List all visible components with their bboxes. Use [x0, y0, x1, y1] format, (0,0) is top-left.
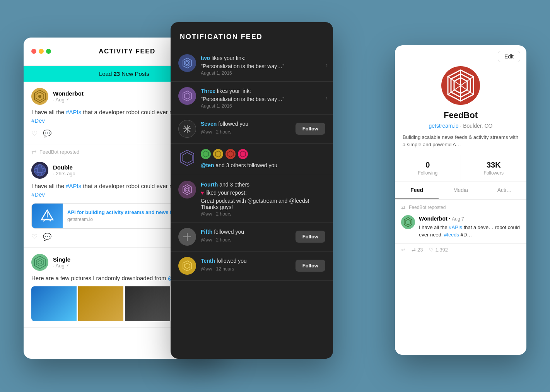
comment-icon[interactable]: 💬: [43, 129, 51, 138]
traffic-lights: [31, 49, 51, 54]
follow-button-fifth[interactable]: Follow: [295, 231, 325, 243]
svg-marker-9: [36, 258, 43, 266]
stat-followers[interactable]: 33K Followers: [461, 155, 527, 181]
nf-repost-content: Great podcast with @getstream and @feeds…: [201, 198, 325, 210]
comment-icon-2[interactable]: 💬: [43, 233, 51, 241]
edit-profile-button[interactable]: Edit: [498, 51, 520, 62]
svg-marker-21: [182, 152, 192, 163]
avatar-single: [31, 254, 48, 271]
profile-website[interactable]: getstream.io: [429, 123, 459, 129]
nf-item-two: two likes your link: "Personalization is…: [171, 49, 333, 82]
link-thumbnail: [32, 204, 63, 228]
profile-feed-actions: ↩ ⇄ 23 ♡ 1,392: [395, 244, 526, 256]
load-count: 23: [113, 70, 120, 77]
stat-following[interactable]: 0 Following: [395, 155, 461, 181]
post-author-double: Double: [53, 164, 75, 171]
profile-stats: 0 Following 33K Followers: [395, 155, 526, 181]
follow-button-seven[interactable]: Follow: [295, 123, 325, 135]
link-dev[interactable]: #Dev: [31, 117, 45, 124]
nf-user-fifth: Fifth: [201, 229, 212, 235]
nf-content-seven: Seven followed you @ww · 2 hours: [201, 120, 291, 135]
nf-meta-fifth: @ww · 2 hours: [201, 237, 291, 243]
nf-time-two: August 1, 2016: [201, 70, 325, 76]
nf-meta-tenth: @ww · 12 hours: [201, 266, 291, 272]
nf-user-fourth: Fourth: [201, 181, 218, 188]
avatar-double: [31, 162, 48, 179]
svg-marker-22: [203, 151, 208, 157]
link-apis[interactable]: #APIs: [66, 109, 81, 115]
repost-action[interactable]: ⇄ 23: [412, 247, 423, 253]
stat-following-num: 0: [395, 161, 461, 169]
nf-user-three: Three: [201, 88, 215, 94]
profile-tabs: Feed Media Acti…: [395, 181, 526, 200]
heart-icon: ♥: [201, 190, 204, 196]
link-apis-2[interactable]: #APIs: [66, 183, 81, 189]
like-icon-2[interactable]: ♡: [31, 233, 38, 241]
traffic-light-green: [46, 49, 51, 54]
multi-avatar-1: [201, 149, 211, 159]
link-url: getstream.io: [67, 217, 183, 222]
repost-icon: ⇄: [31, 148, 36, 156]
nf-content-fifth: Fifth followed you @ww · 2 hours: [201, 228, 291, 243]
nf-content-tenth: Tenth followed you @ww · 12 hours: [201, 257, 291, 272]
svg-point-2: [38, 95, 41, 98]
repost-icon-profile: ⇄: [401, 204, 406, 211]
nf-user-two: two: [201, 55, 210, 61]
profile-location: Boulder, CO: [463, 123, 492, 129]
like-action[interactable]: ♡ 1,392: [429, 247, 448, 253]
nf-user-ten: @ten: [201, 162, 214, 168]
edit-row: Edit: [395, 45, 526, 62]
profile-name: FeedBot: [395, 110, 526, 120]
nf-time-three: August 1, 2016: [201, 103, 325, 109]
repost-by-label: FeedBot reposted: [39, 149, 79, 155]
svg-marker-25: [240, 151, 246, 157]
repost-icon-feed: ⇄: [412, 247, 416, 253]
scene: ACTIVITY FEED Load 23 New Posts: [24, 22, 526, 370]
profile-feed-avatar: [401, 215, 415, 229]
stat-followers-label: Followers: [461, 170, 527, 176]
multi-avatar-4: [238, 149, 248, 159]
notification-feed-card: NOTIFICATION FEED two likes your link: "…: [171, 22, 333, 359]
nf-avatar-tenth: [178, 257, 196, 275]
link-dev-2[interactable]: #Dev: [31, 191, 45, 198]
nf-avatar-ten: [178, 149, 196, 167]
nf-content-three: Three likes your link: "Personalization …: [201, 87, 325, 109]
nf-content-ten: @ten and 3 others followed you: [201, 149, 325, 169]
multi-avatar-2: [213, 149, 223, 159]
notification-feed-title: NOTIFICATION FEED: [171, 22, 333, 49]
like-icon[interactable]: ♡: [31, 129, 38, 138]
link-title: API for building activity streams and ne…: [67, 209, 183, 216]
nf-content-fourth: Fourth and 3 others ♥ liked your repost:…: [201, 181, 325, 217]
svg-marker-12: [184, 60, 190, 66]
load-suffix: New Posts: [121, 70, 149, 77]
chevron-right-icon-2: ›: [326, 94, 328, 101]
repost-count: 23: [417, 247, 423, 253]
feed-post-author: Wonderbot · Aug 7: [419, 216, 464, 222]
tab-media[interactable]: Media: [439, 181, 482, 199]
multi-avatar-3: [225, 149, 236, 159]
tab-feed[interactable]: Feed: [395, 181, 439, 199]
nf-user-seven: Seven: [201, 121, 217, 127]
post-image-1: [31, 286, 77, 321]
nf-meta-fourth: @ww · 2 hours: [201, 211, 325, 217]
nf-user-tenth: Tenth: [201, 258, 215, 264]
nf-item-fourth: Fourth and 3 others ♥ liked your repost:…: [171, 175, 333, 223]
profile-avatar-wrap: [395, 62, 526, 110]
nf-avatar-three: [178, 87, 196, 105]
svg-marker-8: [34, 256, 45, 269]
post-image-2: [78, 286, 123, 321]
nf-item-three: Three likes your link: "Personalization …: [171, 82, 333, 115]
svg-marker-15: [184, 93, 190, 99]
svg-marker-24: [228, 151, 233, 157]
profile-feed-content: Wonderbot · Aug 7 I have all the #APIs t…: [419, 215, 520, 239]
nf-item-seven: Seven followed you @ww · 2 hours Follow: [171, 115, 333, 144]
follow-button-tenth[interactable]: Follow: [295, 260, 325, 272]
tab-activity[interactable]: Acti…: [483, 181, 526, 199]
nf-avatar-fourth: [178, 181, 196, 199]
post-date-single: · Aug 7: [53, 263, 70, 269]
stat-following-label: Following: [395, 170, 461, 176]
stat-followers-num: 33K: [461, 161, 527, 169]
repost-label-profile: FeedBot reposted: [409, 205, 446, 210]
nf-avatar-seven: [178, 120, 196, 138]
reply-action[interactable]: ↩: [401, 247, 405, 253]
